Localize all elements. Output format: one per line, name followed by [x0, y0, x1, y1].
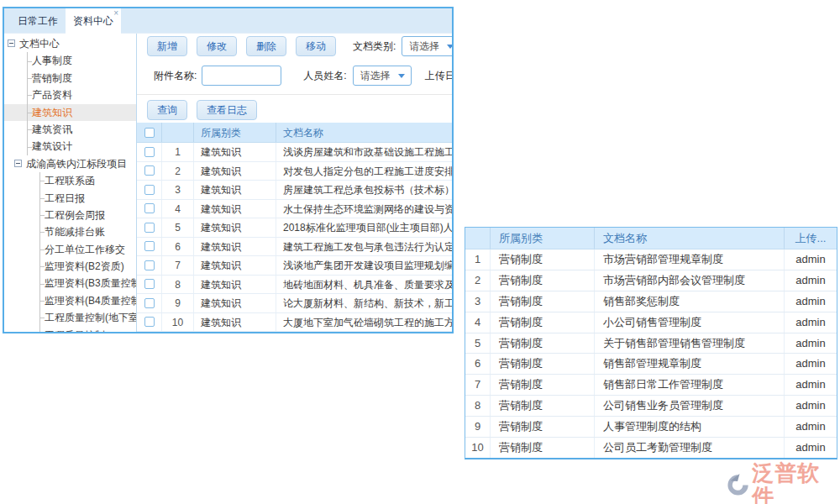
- tree-branch-line: [39, 181, 45, 181]
- row-index: 1: [465, 249, 491, 270]
- table-row[interactable]: 8 建筑知识 地砖地面材料、机具准备、质量要求及...: [137, 276, 452, 295]
- tree-item[interactable]: 监理资料(B4质量控制): [4, 292, 136, 309]
- tree-item[interactable]: 监理资料(B2资质): [4, 258, 136, 275]
- row-checkbox[interactable]: [144, 279, 155, 289]
- tree-item[interactable]: 成渝高铁内江标段项目: [4, 155, 136, 172]
- table-row[interactable]: 5 建筑知识 2018标准化监理项目部(业主项目部)人员...: [137, 218, 452, 238]
- tree-item[interactable]: 监理资料(B3质量控制): [4, 275, 136, 291]
- table-row[interactable]: 9 建筑知识 论大厦新材料、新结构、新技术，新工...: [137, 294, 452, 313]
- window-body: 文档中心 人事制度 营销制度: [4, 34, 452, 332]
- tree-item[interactable]: 建筑设计: [4, 138, 136, 155]
- main-panel: 新增修改删除移动 文档类别: 请选择 文档名称: 附件名称: 人员姓名: 请选择: [137, 34, 452, 332]
- table-row[interactable]: 7 建筑知识 浅谈地产集团开发建设项目监理规划编...: [137, 256, 452, 276]
- tree-item[interactable]: 工程日报: [4, 190, 136, 207]
- row-index: 6: [465, 354, 491, 374]
- tree-branch-line: [27, 147, 32, 148]
- tree-item[interactable]: 工程质量控制: [4, 327, 136, 332]
- table-row[interactable]: 7 营销制度 销售部日常工作管理制度 admin: [465, 375, 837, 396]
- row-doc-name: 建筑工程施工发包与承包违法行为认定...: [276, 238, 452, 256]
- tree-item[interactable]: 工程例会周报: [4, 207, 136, 223]
- tab-daily-work[interactable]: 日常工作: [10, 8, 66, 34]
- logo-row: 泛普软件: [726, 461, 840, 504]
- tree-item[interactable]: 产品资料: [4, 87, 136, 103]
- row-category: 营销制度: [491, 270, 595, 291]
- row-category: 建筑知识: [194, 162, 276, 181]
- table-row[interactable]: 2 建筑知识 对发包人指定分包的工程施工进度安排...: [137, 162, 452, 181]
- query-button[interactable]: 查询: [147, 100, 187, 120]
- attachment-name-input[interactable]: [202, 66, 281, 86]
- row-checkbox[interactable]: [144, 260, 155, 270]
- row-checkbox[interactable]: [144, 317, 155, 327]
- column-doc-name: 文档名称: [595, 228, 785, 249]
- table-row[interactable]: 6 建筑知识 建筑工程施工发包与承包违法行为认定...: [137, 238, 452, 257]
- tree-item[interactable]: 工程质量控制(地下室): [4, 309, 136, 326]
- table-row[interactable]: 1 营销制度 市场营销部管理规章制度 admin: [465, 249, 837, 270]
- collapse-icon[interactable]: [14, 160, 22, 167]
- close-icon[interactable]: ×: [113, 8, 118, 19]
- table-row[interactable]: 3 营销制度 销售部奖惩制度 admin: [465, 291, 837, 312]
- tree-branch-line: [39, 232, 45, 233]
- row-index: 10: [465, 438, 491, 458]
- row-category: 建筑知识: [194, 218, 276, 237]
- tree-item[interactable]: 工程联系函: [4, 172, 136, 189]
- row-index: 7: [162, 256, 194, 275]
- table-row[interactable]: 1 建筑知识 浅谈房屋建筑和市政基础设施工程施工...: [137, 143, 452, 162]
- tree-item[interactable]: 人事制度: [4, 52, 136, 69]
- table-row[interactable]: 10 营销制度 公司员工考勤管理制度 admin: [465, 438, 837, 459]
- row-checkbox[interactable]: [144, 203, 155, 213]
- tree-item-label: 营销制度: [32, 72, 72, 84]
- row-uploader: admin: [785, 417, 837, 437]
- table-row[interactable]: 4 营销制度 小公司销售管理制度 admin: [465, 312, 837, 333]
- row-uploader: admin: [785, 396, 837, 416]
- column-uploader: 上传...: [785, 228, 837, 249]
- select-all-checkbox[interactable]: [144, 128, 155, 138]
- row-doc-name: 销售部管理规章制度: [595, 354, 785, 374]
- table-row[interactable]: 2 营销制度 市场营销部内部会议管理制度 admin: [465, 270, 837, 291]
- tree-item[interactable]: 营销制度: [4, 70, 136, 87]
- table-row[interactable]: 10 建筑知识 大厦地下室加气砼墙砌筑工程的施工方...: [137, 313, 452, 333]
- row-checkbox[interactable]: [144, 298, 155, 308]
- fanpu-logo-icon: [726, 472, 750, 497]
- row-checkbox[interactable]: [144, 185, 155, 195]
- table-row[interactable]: 6 营销制度 销售部管理规章制度 admin: [465, 354, 837, 375]
- toolbar-button[interactable]: 新增: [147, 36, 187, 56]
- row-checkbox[interactable]: [144, 241, 155, 251]
- filter-row: 附件名称: 人员姓名: 请选择 上传日期: [137, 65, 452, 87]
- header-index-cell: [162, 123, 194, 142]
- row-index: 2: [162, 162, 194, 181]
- row-uploader: admin: [785, 438, 837, 458]
- toolbar-buttons: 新增修改删除移动: [147, 36, 345, 56]
- tree-item[interactable]: 建筑知识: [4, 104, 136, 121]
- tree-branch-line: [39, 198, 45, 199]
- row-index: 4: [465, 312, 491, 333]
- tree-item[interactable]: 建筑资讯: [4, 121, 136, 138]
- table-row[interactable]: 9 营销制度 人事管理制度的结构 admin: [465, 417, 837, 438]
- toolbar-button[interactable]: 修改: [197, 36, 237, 56]
- tree-item-label: 建筑设计: [32, 140, 72, 152]
- documents-table: 所属别类 文档名称 1 建筑知识 浅谈房屋建筑和市政基础设施工程施工...: [137, 123, 452, 332]
- tree-item[interactable]: 节能减排台账: [4, 223, 136, 240]
- row-uploader: admin: [785, 375, 837, 395]
- row-category: 营销制度: [491, 312, 595, 333]
- tree-branch-line: [27, 113, 32, 113]
- table-row[interactable]: 8 营销制度 公司销售业务员管理制度 admin: [465, 396, 837, 417]
- section-divider: [137, 94, 452, 95]
- person-name-select[interactable]: 请选择: [353, 66, 412, 86]
- row-index: 9: [162, 294, 194, 312]
- toolbar-button[interactable]: 删除: [246, 36, 286, 56]
- table-row[interactable]: 4 建筑知识 水土保持生态环境监测网络的建设与资...: [137, 200, 452, 219]
- tree-item[interactable]: 分工单位工作移交: [4, 241, 136, 258]
- row-checkbox[interactable]: [144, 147, 155, 157]
- row-checkbox[interactable]: [144, 223, 155, 233]
- collapse-icon[interactable]: [8, 39, 15, 47]
- tree-item[interactable]: 文档中心: [4, 35, 136, 52]
- tab-data-center[interactable]: 资料中心 ×: [66, 8, 121, 34]
- doc-type-select[interactable]: 请选择: [402, 36, 452, 56]
- checkbox-cell: [137, 294, 162, 312]
- row-index: 3: [162, 181, 194, 199]
- view-log-button[interactable]: 查看日志: [197, 100, 257, 120]
- table-row[interactable]: 5 营销制度 关于销售部管理销售管理制度 admin: [465, 333, 837, 354]
- row-checkbox[interactable]: [144, 165, 155, 176]
- table-row[interactable]: 3 建筑知识 房屋建筑工程总承包投标书（技术标）...: [137, 181, 452, 200]
- toolbar-button[interactable]: 移动: [296, 36, 336, 56]
